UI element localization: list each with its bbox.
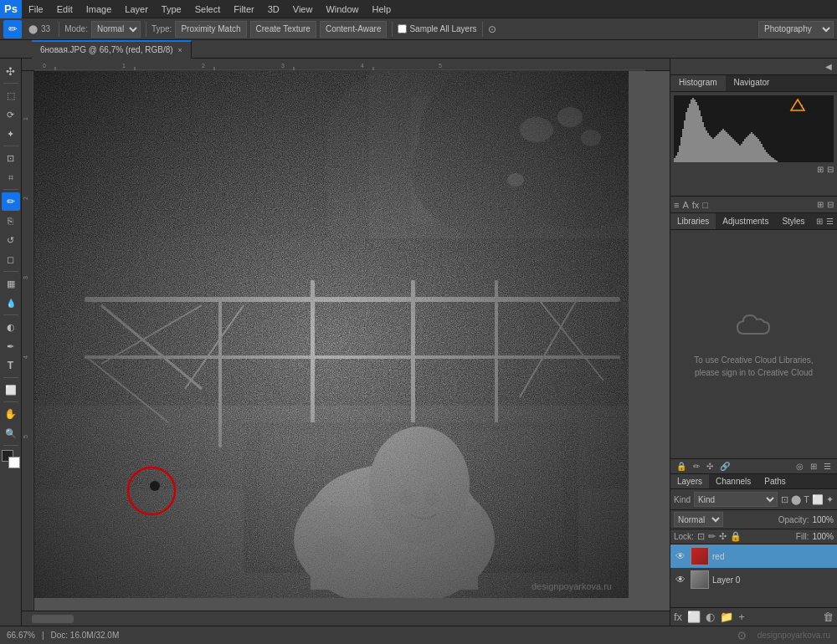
history-brush-tool[interactable]: ↺ <box>2 231 20 249</box>
magic-wand-tool[interactable]: ✦ <box>2 125 20 143</box>
panel-icon-2[interactable]: A <box>682 200 688 210</box>
filter-shape-icon[interactable]: ⬜ <box>812 494 824 505</box>
filter-pixel-icon[interactable]: ⊡ <box>781 494 788 505</box>
menu-select[interactable]: Select <box>188 3 228 16</box>
document-tab[interactable]: 6новая.JPG @ 66,7% (red, RGB/8) × <box>32 40 192 59</box>
paths-tab-btn[interactable]: Paths <box>757 474 793 488</box>
layers-move-btn[interactable]: ✣ <box>704 461 716 472</box>
add-effect-btn[interactable]: fx <box>674 611 682 623</box>
lib-list-icon[interactable]: ☰ <box>826 217 834 226</box>
eraser-tool[interactable]: ◻ <box>2 250 20 268</box>
channels-tab-btn[interactable]: Channels <box>709 474 757 488</box>
layers-tab-btn[interactable]: Layers <box>670 474 709 488</box>
lock-all-icon[interactable]: 🔒 <box>730 531 742 542</box>
right-panel: ◀ Histogram Navigator <box>670 59 837 626</box>
layers-options-btn[interactable]: ⊞ <box>808 461 819 472</box>
navigator-tab[interactable]: Navigator <box>726 75 778 91</box>
filter-adjustment-icon[interactable]: ⬤ <box>791 494 801 505</box>
tab-close-btn[interactable]: × <box>178 46 182 54</box>
content-aware-btn[interactable]: Content-Aware <box>320 21 388 38</box>
create-texture-btn[interactable]: Create Texture <box>250 21 316 38</box>
move-tool[interactable]: ✣ <box>2 62 20 80</box>
menu-type[interactable]: Type <box>155 3 188 16</box>
styles-tab[interactable]: Styles <box>775 213 811 229</box>
menu-layer[interactable]: Layer <box>118 3 155 16</box>
svg-rect-95 <box>734 141 736 162</box>
lasso-tool[interactable]: ⟳ <box>2 105 20 124</box>
dodge-tool[interactable]: ◐ <box>2 318 20 336</box>
opacity-value[interactable]: 100% <box>812 515 834 524</box>
adjustments-tab[interactable]: Adjustments <box>716 213 775 229</box>
zoom-tool[interactable]: 🔍 <box>2 424 20 442</box>
menu-image[interactable]: Image <box>80 3 119 16</box>
panel-icon-3[interactable]: fx <box>692 200 700 210</box>
layer-item-red[interactable]: 👁 red <box>670 544 837 568</box>
svg-rect-56 <box>34 71 629 598</box>
kind-filter-select[interactable]: Kind <box>694 492 778 507</box>
menu-3d[interactable]: 3D <box>261 3 286 16</box>
layers-link-btn[interactable]: 🔗 <box>717 461 732 472</box>
menu-help[interactable]: Help <box>366 3 398 16</box>
add-adjustment-btn[interactable]: ◐ <box>706 611 715 623</box>
filter-smart-icon[interactable]: ✦ <box>826 494 834 505</box>
crop-tool[interactable]: ⊡ <box>2 149 20 167</box>
panel-grid-btn[interactable]: ⊟ <box>827 200 834 209</box>
menu-filter[interactable]: Filter <box>227 3 260 16</box>
layer-visibility-red[interactable]: 👁 <box>674 549 687 563</box>
menu-window[interactable]: Window <box>319 3 365 16</box>
blend-mode-select[interactable]: Normal <box>674 512 723 527</box>
add-layer-btn[interactable]: + <box>738 611 745 623</box>
workspace-select[interactable]: Photography <box>758 21 834 38</box>
lock-position-icon[interactable]: ✣ <box>719 531 727 542</box>
layers-menu-btn[interactable]: ☰ <box>821 461 834 472</box>
sample-icon[interactable]: ⊙ <box>488 23 496 35</box>
horizontal-scrollbar[interactable] <box>22 611 670 626</box>
layer-item-0[interactable]: 👁 Layer 0 <box>670 568 837 591</box>
pen-tool[interactable]: ✒ <box>2 337 20 355</box>
layers-search-btn[interactable]: ◎ <box>793 461 806 472</box>
layers-lock-btn[interactable]: 🔒 <box>674 461 689 472</box>
layers-brush-btn[interactable]: ✏ <box>691 461 702 472</box>
blur-tool[interactable]: 💧 <box>2 294 20 312</box>
type-proximity-btn[interactable]: Proximity Match <box>175 21 246 38</box>
menu-file[interactable]: File <box>22 3 50 16</box>
gradient-tool[interactable]: ▦ <box>2 274 20 293</box>
photo-viewport[interactable]: designpoyarkova.ru <box>34 71 670 611</box>
clone-stamp-tool[interactable]: ⎘ <box>2 212 20 230</box>
marquee-tool[interactable]: ⬚ <box>2 86 20 105</box>
brush-tool-icon[interactable]: ✏ <box>3 20 22 38</box>
libraries-content: To use Creative Cloud Libraries, please … <box>670 230 837 458</box>
histogram-options-btn[interactable]: ⊞ <box>817 165 824 174</box>
eyedropper-tool[interactable]: ⌗ <box>2 168 20 187</box>
sample-all-checkbox[interactable] <box>398 24 407 33</box>
color-swatch[interactable] <box>2 450 20 468</box>
menu-edit[interactable]: Edit <box>50 3 80 16</box>
menu-view[interactable]: View <box>286 3 320 16</box>
add-mask-btn[interactable]: ⬜ <box>687 611 701 623</box>
delete-layer-btn[interactable]: 🗑 <box>823 611 834 623</box>
shape-tool[interactable]: ⬜ <box>2 381 20 399</box>
type-tool[interactable]: T <box>2 356 20 375</box>
layer-visibility-0[interactable]: 👁 <box>674 573 687 586</box>
panel-icon-1[interactable]: ≡ <box>674 200 679 210</box>
scrollbar-thumb-h[interactable] <box>32 615 74 623</box>
svg-rect-69 <box>691 100 692 162</box>
svg-rect-61 <box>677 152 679 162</box>
healing-brush-tool[interactable]: ✏ <box>2 192 20 211</box>
lib-view-icon[interactable]: ⊞ <box>816 217 823 226</box>
lock-image-icon[interactable]: ✏ <box>708 531 716 542</box>
filter-type-icon[interactable]: T <box>804 494 809 504</box>
settings-gear-icon[interactable]: ⚙ <box>737 629 747 642</box>
svg-rect-62 <box>679 146 680 162</box>
histogram-tab[interactable]: Histogram <box>670 75 726 91</box>
mode-select[interactable]: Normal <box>91 21 141 38</box>
histogram-grid-btn[interactable]: ⊟ <box>827 165 834 174</box>
panel-icon-4[interactable]: □ <box>702 200 708 210</box>
lock-transparent-icon[interactable]: ⊡ <box>697 531 705 542</box>
panel-collapse-btn[interactable]: ◀ <box>824 62 834 71</box>
panel-search-btn[interactable]: ⊞ <box>817 200 824 209</box>
libraries-tab[interactable]: Libraries <box>670 213 716 229</box>
hand-tool[interactable]: ✋ <box>2 405 20 423</box>
fill-value[interactable]: 100% <box>812 532 834 541</box>
add-group-btn[interactable]: 📁 <box>720 611 733 623</box>
